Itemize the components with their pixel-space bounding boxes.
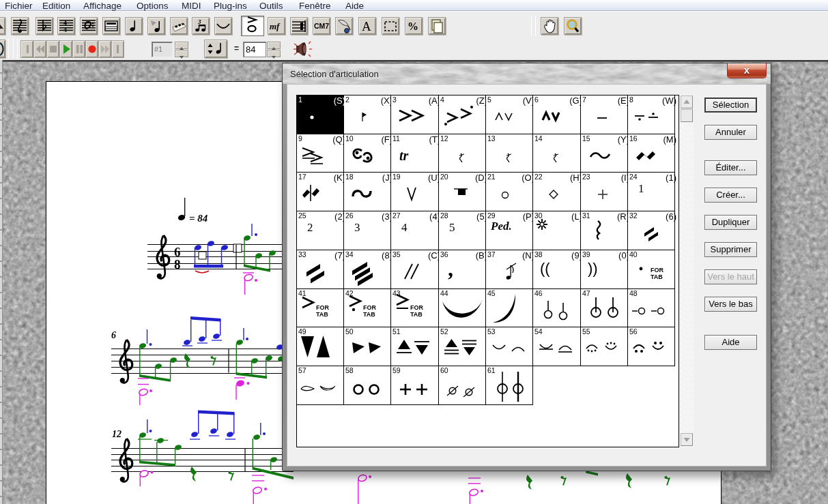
svg-text:8: 8 <box>174 257 181 271</box>
svg-text:tr: tr <box>399 148 409 163</box>
svg-text:1: 1 <box>638 182 644 195</box>
svg-text:6: 6 <box>111 330 116 340</box>
svg-text:TAB: TAB <box>363 311 375 318</box>
svg-text:((: (( <box>540 260 550 277</box>
svg-text:FOR: FOR <box>316 304 329 311</box>
svg-text:= 84: = 84 <box>189 213 208 224</box>
svg-text:FOR: FOR <box>410 304 423 311</box>
svg-text:4: 4 <box>401 221 408 234</box>
svg-text:FOR: FOR <box>363 304 376 311</box>
svg-text:5: 5 <box>449 221 455 234</box>
svg-text:FOR: FOR <box>651 267 663 273</box>
svg-text:,: , <box>448 256 453 281</box>
svg-text:2: 2 <box>307 221 313 234</box>
svg-text:12: 12 <box>112 429 122 439</box>
svg-text:TAB: TAB <box>410 311 423 318</box>
svg-text:TAB: TAB <box>316 311 328 318</box>
svg-text:)): )) <box>588 260 598 277</box>
svg-text:Ped.: Ped. <box>490 220 512 233</box>
svg-text:3: 3 <box>354 221 360 234</box>
svg-text:TAB: TAB <box>651 273 663 280</box>
